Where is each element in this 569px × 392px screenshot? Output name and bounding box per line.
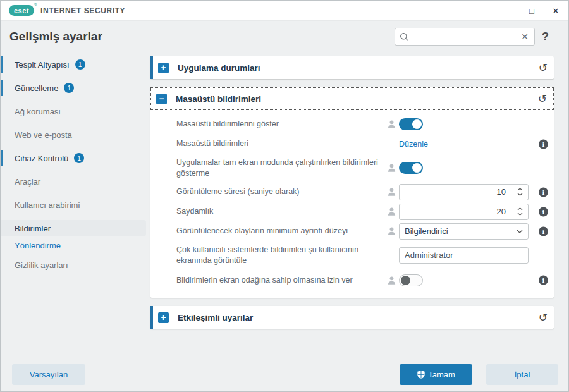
toggle-knob [412, 163, 422, 173]
user-icon [387, 276, 396, 285]
setting-row-notification-focus: Bildirimlerin ekran odağına sahip olması… [150, 269, 554, 291]
setting-row-desktop-notifications-edit: Masaüstü bildirimleri Düzenle i [150, 134, 554, 154]
maximize-button[interactable]: □ [525, 6, 538, 16]
toggle-knob [412, 119, 422, 129]
section-header[interactable]: + Etkileşimli uyarılar ↺ [150, 306, 554, 329]
revert-icon[interactable]: ↺ [538, 94, 547, 104]
info-icon[interactable]: i [539, 139, 548, 149]
close-button[interactable]: ✕ [549, 6, 562, 16]
toggle-switch[interactable] [399, 118, 423, 130]
expand-icon[interactable]: + [158, 312, 169, 323]
spin-up-icon[interactable] [517, 207, 523, 211]
user-icon [387, 207, 396, 216]
setting-row-display-duration: Görüntüleme süresi (saniye olarak) i [150, 182, 554, 202]
search-box[interactable]: ✕ [395, 28, 535, 46]
expand-icon[interactable]: + [158, 63, 169, 73]
sidebar-item-label: Tespit Altyapısı [15, 60, 70, 70]
setting-label: Saydamlık [176, 206, 385, 217]
setting-row-fullscreen-no-notifications: Uygulamalar tam ekran modunda çalıştırıl… [150, 154, 554, 182]
sidebar-item-label: Kullanıcı arabirimi [15, 200, 80, 210]
duration-spinbox [399, 184, 529, 200]
sidebar-item-label: Bildirimler [15, 224, 51, 233]
spin-up-icon[interactable] [517, 188, 523, 191]
ok-button-label: Tamam [428, 370, 455, 379]
info-icon[interactable]: i [539, 187, 548, 197]
search-icon [400, 32, 409, 42]
help-icon[interactable]: ? [542, 30, 549, 44]
sidebar-item-yonlendirme[interactable]: Yönlendirme [1, 239, 146, 252]
user-icon [387, 226, 396, 236]
spin-down-icon[interactable] [517, 193, 523, 196]
section-masaustu-bildirimleri: − Masaüstü bildirimleri ↺ Masaüstü bildi… [150, 87, 554, 298]
ok-button[interactable]: Tamam [400, 364, 472, 385]
sidebar-item-cihaz-kontrolu[interactable]: Cihaz Kontrolü 1 [1, 150, 146, 166]
info-icon[interactable]: i [539, 207, 548, 216]
setting-row-minimum-verbosity: Görüntülenecek olayların minimum ayrıntı… [150, 221, 554, 241]
spinner-buttons [511, 185, 528, 200]
verbosity-dropdown[interactable]: Bilgilendirici [399, 223, 529, 240]
info-icon[interactable]: i [539, 276, 548, 285]
section-title: Masaüstü bildirimleri [176, 94, 261, 104]
toggle-knob [401, 276, 410, 285]
duration-input[interactable] [400, 187, 511, 197]
eset-settings-window: eset ® INTERNET SECURITY □ ✕ Gelişmiş ay… [0, 0, 569, 392]
transparency-spinbox [399, 204, 529, 220]
setting-label: Görüntülenecek olayların minimum ayrıntı… [176, 226, 385, 236]
setting-label: Görüntüleme süresi (saniye olarak) [176, 187, 385, 197]
chevron-down-icon [517, 230, 528, 233]
sidebar-item-label: Web ve e-posta [15, 130, 72, 140]
settings-panel: + Uygulama durumları ↺ − Masaüstü bildir… [150, 56, 554, 337]
sidebar-item-label: Araçlar [15, 177, 40, 187]
cancel-button[interactable]: İptal [486, 364, 558, 385]
search-input[interactable] [412, 32, 520, 42]
sidebar-item-araclar[interactable]: Araçlar [1, 173, 146, 190]
sidebar-item-kullanici-arabirimi[interactable]: Kullanıcı arabirimi [1, 197, 146, 213]
setting-label: Bildirimlerin ekran odağına sahip olması… [176, 275, 385, 286]
toggle-switch[interactable] [399, 162, 423, 174]
spinner-buttons [511, 204, 528, 219]
spin-down-icon[interactable] [517, 212, 523, 216]
edit-link[interactable]: Düzenle [399, 140, 428, 149]
section-header[interactable]: + Uygulama durumları ↺ [150, 56, 554, 79]
revert-icon[interactable]: ↺ [539, 312, 548, 323]
sidebar-item-label: Yönlendirme [15, 241, 61, 250]
collapse-icon[interactable]: − [156, 94, 167, 104]
attention-badge: 1 [75, 59, 85, 70]
transparency-input[interactable] [400, 207, 511, 216]
sidebar-item-label: Gizlilik ayarları [15, 260, 68, 270]
sidebar-item-label: Cihaz Kontrolü [15, 154, 68, 163]
cancel-button-label: İptal [515, 370, 530, 379]
setting-row-multiuser-display-user: Çok kullanıcılı sistemlerde bildirimleri… [150, 241, 554, 269]
username-input[interactable] [400, 250, 528, 260]
sidebar-item-guncelleme[interactable]: Güncelleme 1 [1, 80, 146, 96]
attention-badge: 1 [64, 83, 74, 93]
section-header[interactable]: − Masaüstü bildirimleri ↺ [150, 87, 554, 110]
username-fieldbox [399, 247, 529, 264]
section-uygulama-durumlari: + Uygulama durumları ↺ [150, 56, 554, 79]
setting-label: Masaüstü bildirimleri [176, 138, 385, 149]
sidebar-item-bildirimler[interactable]: Bildirimler [1, 220, 146, 236]
sidebar-item-ag-korumasi[interactable]: Ağ koruması [1, 103, 146, 119]
setting-label: Uygulamalar tam ekran modunda çalıştırıl… [176, 157, 385, 178]
default-button-label: Varsayılan [30, 370, 68, 379]
toggle-switch[interactable] [399, 274, 423, 286]
sidebar-item-tespit-altyapisi[interactable]: Tespit Altyapısı 1 [1, 56, 146, 73]
dropdown-selected-value: Bilgilendirici [400, 226, 517, 236]
default-button[interactable]: Varsayılan [12, 364, 85, 385]
revert-icon[interactable]: ↺ [539, 63, 548, 73]
sidebar-nav: Tespit Altyapısı 1 Güncelleme 1 Ağ korum… [1, 56, 146, 280]
section-title: Etkileşimli uyarılar [178, 313, 253, 322]
registered-mark-icon: ® [34, 3, 37, 6]
sidebar-item-web-ve-eposta[interactable]: Web ve e-posta [1, 126, 146, 143]
setting-row-show-desktop-notifications: Masaüstü bildirimlerini göster [150, 114, 554, 134]
info-icon[interactable]: i [539, 226, 548, 236]
section-content: Masaüstü bildirimlerini göster Masaüstü … [150, 110, 554, 298]
sidebar-item-gizlilik-ayarlari[interactable]: Gizlilik ayarları [1, 257, 146, 273]
titlebar: eset ® INTERNET SECURITY □ ✕ [1, 1, 568, 21]
attention-badge: 1 [74, 153, 84, 163]
product-title: INTERNET SECURITY [40, 6, 125, 15]
user-icon [387, 187, 396, 197]
setting-row-transparency: Saydamlık i [150, 202, 554, 221]
page-title: Gelişmiş ayarlar [9, 30, 102, 44]
clear-search-icon[interactable]: ✕ [520, 32, 530, 42]
